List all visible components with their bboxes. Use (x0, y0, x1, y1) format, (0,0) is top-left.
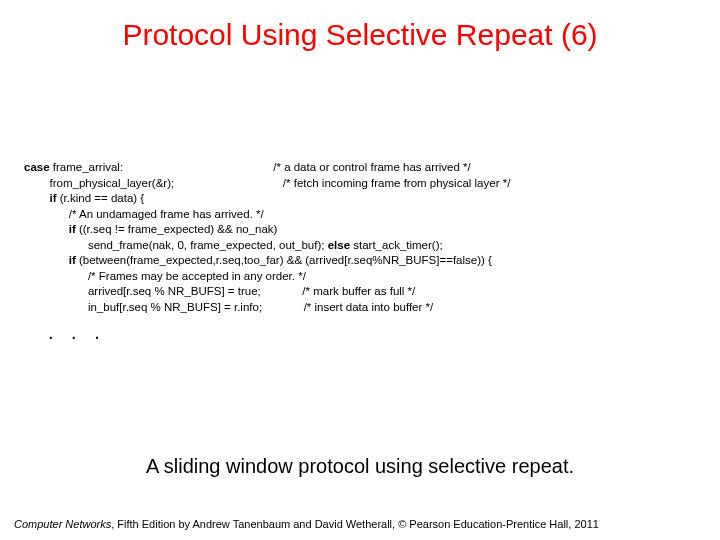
code-l10: in_buf[r.seq % NR_BUFS] = r.info; (88, 301, 262, 313)
kw-case: case (24, 161, 50, 173)
kw-else: else (328, 239, 350, 251)
code-block: case frame_arrival: /* a data or control… (0, 60, 720, 315)
code-l9: arrived[r.seq % NR_BUFS] = true; (88, 285, 261, 297)
kw-if-3: if (69, 254, 76, 266)
kw-if-1: if (50, 192, 57, 204)
code-l1: frame_arrival: (50, 161, 124, 173)
slide-caption: A sliding window protocol using selectiv… (0, 455, 720, 478)
code-l6a: send_frame(nak, 0, frame_expected, out_b… (88, 239, 328, 251)
comment-4: /* An undamaged frame has arrived. */ (69, 208, 264, 220)
code-l2: from_physical_layer(&r); (50, 177, 175, 189)
slide-footer: Computer Networks, Fifth Edition by Andr… (0, 518, 720, 530)
code-l6c: start_ack_timer(); (350, 239, 443, 251)
kw-if-2: if (69, 223, 76, 235)
footer-book-title: Computer Networks (14, 518, 111, 530)
code-l5: ((r.seq != frame_expected) && no_nak) (76, 223, 278, 235)
code-l3: (r.kind == data) { (57, 192, 145, 204)
comment-2: /* fetch incoming frame from physical la… (283, 177, 511, 189)
footer-rest: , Fifth Edition by Andrew Tanenbaum and … (111, 518, 599, 530)
comment-8: /* Frames may be accepted in any order. … (88, 270, 306, 282)
slide-title: Protocol Using Selective Repeat (6) (0, 0, 720, 60)
comment-1: /* a data or control frame has arrived *… (273, 161, 471, 173)
comment-9: /* mark buffer as full */ (302, 285, 415, 297)
comment-10: /* insert data into buffer */ (304, 301, 434, 313)
continuation-ellipsis: . . . (0, 315, 720, 344)
code-l7: (between(frame_expected,r.seq,too_far) &… (76, 254, 492, 266)
